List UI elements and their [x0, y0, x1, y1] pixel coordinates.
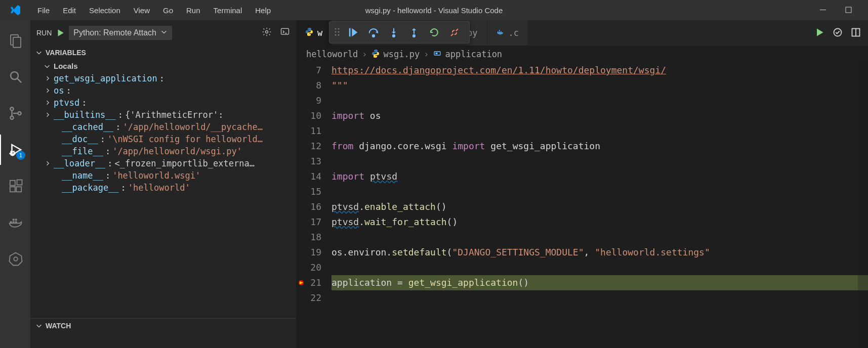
- start-debug-button[interactable]: [56, 28, 65, 37]
- tab-w[interactable]: w: [296, 20, 332, 46]
- svg-point-7: [10, 116, 13, 119]
- restart-button[interactable]: [427, 25, 442, 40]
- split-editor-button[interactable]: [851, 27, 861, 39]
- variable-value: '/app/helloworld/__pycache…: [123, 122, 263, 132]
- debug-config-name: Python: Remote Attach: [73, 28, 156, 37]
- code-line[interactable]: [332, 123, 868, 139]
- coverage-icon[interactable]: [833, 27, 843, 39]
- kubernetes-icon[interactable]: [0, 244, 30, 274]
- window-controls: [818, 5, 864, 15]
- variable-row[interactable]: os:: [45, 84, 296, 97]
- svg-rect-3: [13, 37, 21, 48]
- menu-go[interactable]: Go: [157, 3, 179, 18]
- code-line[interactable]: [332, 154, 868, 169]
- code-line[interactable]: [332, 260, 868, 275]
- svg-rect-17: [13, 219, 15, 221]
- variables-list: get_wsgi_application: os: ptvsd: __built…: [30, 72, 296, 194]
- code-line[interactable]: [332, 184, 868, 199]
- chevron-right-icon: [45, 158, 52, 168]
- extensions-icon[interactable]: [0, 171, 30, 201]
- explorer-icon[interactable]: [0, 25, 30, 56]
- svg-rect-18: [15, 219, 17, 221]
- run-file-button[interactable]: [814, 27, 824, 39]
- search-icon[interactable]: [0, 62, 30, 92]
- gear-icon[interactable]: [262, 27, 272, 39]
- breadcrumb-folder[interactable]: helloworld: [306, 49, 358, 59]
- code-line[interactable]: os.environ.setdefault("DJANGO_SETTINGS_M…: [332, 245, 868, 260]
- code-line[interactable]: [332, 290, 868, 306]
- variable-row[interactable]: __cached__: '/app/helloworld/__pycache…: [53, 121, 296, 133]
- code-line[interactable]: from django.core.wsgi import get_wsgi_ap…: [332, 139, 868, 154]
- menu-view[interactable]: View: [128, 3, 156, 18]
- code-editor[interactable]: 78910111213141516171819202122 https://do…: [296, 63, 868, 348]
- menu-help[interactable]: Help: [249, 3, 277, 18]
- docker-icon[interactable]: [0, 207, 30, 238]
- minimize-button[interactable]: [818, 5, 829, 15]
- svg-rect-24: [499, 31, 500, 32]
- code-content[interactable]: https://docs.djangoproject.com/en/1.11/h…: [332, 63, 868, 348]
- tab-label: .c: [509, 28, 519, 38]
- code-line[interactable]: import os: [332, 108, 868, 123]
- step-over-button[interactable]: [366, 25, 381, 40]
- svg-rect-1: [846, 7, 851, 13]
- code-line[interactable]: application = get_wsgi_application(): [332, 275, 868, 290]
- line-number: 13: [296, 154, 321, 169]
- svg-rect-33: [349, 28, 351, 37]
- chevron-down-icon: [160, 28, 168, 37]
- variable-value: <_frozen_importlib_externa…: [115, 158, 255, 168]
- variable-row[interactable]: __file__: '/app/helloworld/wsgi.py': [53, 145, 296, 157]
- run-debug-icon[interactable]: 1: [0, 135, 30, 165]
- variable-name: __doc__: [62, 134, 98, 144]
- locals-scope[interactable]: Locals: [30, 60, 296, 72]
- code-line[interactable]: import ptvsd: [332, 169, 868, 184]
- breadcrumb-file[interactable]: wsgi.py: [384, 49, 420, 59]
- variable-row[interactable]: ptvsd:: [45, 97, 296, 109]
- debug-config-select[interactable]: Python: Remote Attach: [69, 26, 172, 40]
- variable-row[interactable]: __package__: 'helloworld': [53, 182, 296, 194]
- menu-terminal[interactable]: Terminal: [208, 3, 249, 18]
- menu-selection[interactable]: Selection: [83, 3, 127, 18]
- svg-line-5: [18, 79, 22, 83]
- line-gutter: 78910111213141516171819202122: [296, 63, 332, 348]
- variable-name: __cached__: [62, 122, 113, 132]
- variable-name: __loader__: [54, 158, 105, 168]
- editor-area: wsettings.pyurls.py.c helloworld ›: [296, 20, 868, 348]
- window-title: wsgi.py - helloworld - Visual Studio Cod…: [365, 6, 503, 15]
- code-line[interactable]: ptvsd.enable_attach(): [332, 199, 868, 214]
- menu-run[interactable]: Run: [180, 3, 206, 18]
- code-line[interactable]: """: [332, 78, 868, 93]
- breakpoint-icon[interactable]: [298, 279, 305, 286]
- breadcrumb-symbol[interactable]: application: [445, 49, 503, 59]
- variables-section-header[interactable]: VARIABLES: [30, 46, 296, 60]
- svg-rect-25: [501, 31, 502, 32]
- line-number: 17: [296, 214, 321, 230]
- source-control-icon[interactable]: [0, 98, 30, 128]
- continue-button[interactable]: [346, 25, 361, 40]
- disconnect-button[interactable]: [447, 25, 462, 40]
- debug-toolbar[interactable]: [329, 21, 470, 44]
- tab-c[interactable]: .c: [487, 20, 528, 46]
- variable-row[interactable]: __loader__: <_frozen_importlib_externa…: [45, 157, 296, 169]
- variable-row[interactable]: get_wsgi_application:: [45, 72, 296, 84]
- step-out-button[interactable]: [406, 25, 422, 40]
- variable-value: {'ArithmeticError':: [125, 110, 223, 120]
- drag-handle-icon[interactable]: [334, 27, 341, 38]
- menu-file[interactable]: File: [31, 3, 56, 18]
- code-line[interactable]: ptvsd.wait_for_attach(): [332, 214, 868, 230]
- watch-section-header[interactable]: WATCH: [30, 318, 296, 333]
- line-number: 12: [296, 139, 321, 154]
- variable-row[interactable]: __doc__: '\nWSGI config for helloworld…: [53, 133, 296, 145]
- variable-row[interactable]: __builtins__: {'ArithmeticError':: [45, 109, 296, 121]
- code-line[interactable]: [332, 93, 868, 108]
- code-line[interactable]: [332, 230, 868, 245]
- variable-name: ptvsd: [54, 98, 79, 108]
- debug-console-icon[interactable]: [280, 27, 290, 39]
- minimap[interactable]: [858, 63, 868, 348]
- code-line[interactable]: https://docs.djangoproject.com/en/1.11/h…: [332, 63, 868, 78]
- variable-row[interactable]: __name__: 'helloworld.wsgi': [53, 169, 296, 182]
- step-into-button[interactable]: [386, 25, 401, 40]
- menu-edit[interactable]: Edit: [57, 3, 82, 18]
- breadcrumb[interactable]: helloworld › wsgi.py › application: [296, 46, 868, 63]
- maximize-button[interactable]: [844, 5, 854, 15]
- svg-point-32: [338, 34, 340, 35]
